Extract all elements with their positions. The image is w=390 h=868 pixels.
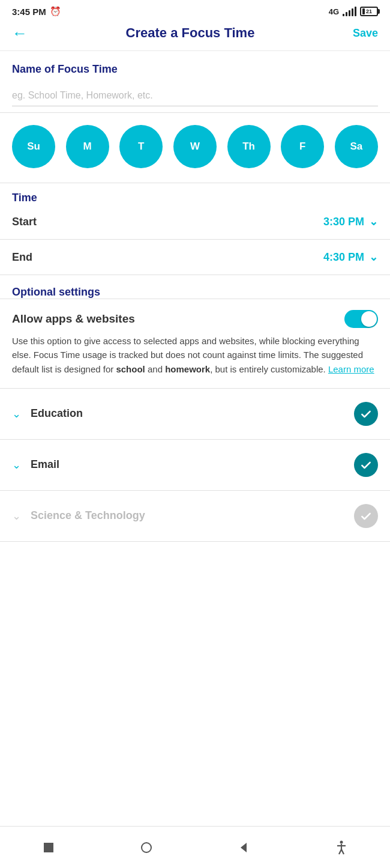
education-check-icon bbox=[360, 408, 372, 420]
day-wednesday[interactable]: W bbox=[173, 125, 217, 168]
status-bar: 3:45 PM ⏰ 4G 21 bbox=[0, 0, 390, 20]
name-section-label: Name of Focus Time bbox=[12, 63, 378, 76]
email-label: Email bbox=[31, 458, 354, 471]
email-check-icon bbox=[360, 459, 372, 471]
end-time-text: 4:30 PM bbox=[323, 251, 364, 264]
home-button[interactable] bbox=[131, 833, 161, 863]
time-section-header: Time bbox=[0, 183, 390, 204]
back-nav-button[interactable] bbox=[229, 833, 259, 863]
learn-more-link[interactable]: Learn more bbox=[328, 364, 374, 374]
battery-icon: 21 bbox=[360, 7, 378, 16]
category-row-education[interactable]: ⌄ Education bbox=[0, 389, 390, 440]
day-thursday[interactable]: Th bbox=[227, 125, 271, 168]
svg-rect-0 bbox=[44, 843, 53, 852]
time-section-label: Time bbox=[12, 192, 378, 204]
stop-icon bbox=[42, 841, 55, 854]
day-tuesday[interactable]: T bbox=[119, 125, 163, 168]
optional-settings-label: Optional settings bbox=[12, 286, 378, 299]
page-title: Create a Focus Time bbox=[126, 25, 255, 41]
accessibility-button[interactable] bbox=[326, 833, 356, 863]
email-check-button[interactable] bbox=[354, 453, 378, 477]
svg-point-3 bbox=[340, 840, 343, 843]
allow-apps-bold2: homework bbox=[165, 364, 210, 374]
top-navigation: ← Create a Focus Time Save bbox=[0, 20, 390, 51]
svg-line-7 bbox=[341, 849, 344, 854]
allow-apps-desc-text2: and bbox=[145, 364, 165, 374]
category-row-email[interactable]: ⌄ Email bbox=[0, 440, 390, 491]
allow-apps-row: Allow apps & websites bbox=[0, 299, 390, 334]
optional-settings-section: Optional settings bbox=[0, 275, 390, 299]
allow-apps-bold1: school bbox=[116, 364, 145, 374]
accessibility-icon bbox=[334, 840, 349, 855]
science-check-icon bbox=[360, 510, 372, 522]
bottom-navigation bbox=[0, 826, 390, 868]
save-button[interactable]: Save bbox=[353, 27, 378, 40]
start-time-chevron-icon: ⌄ bbox=[369, 215, 378, 228]
end-label: End bbox=[12, 251, 32, 264]
stop-button[interactable] bbox=[34, 833, 64, 863]
network-indicator: 4G bbox=[329, 7, 339, 16]
start-label: Start bbox=[12, 216, 37, 228]
science-check-button[interactable] bbox=[354, 504, 378, 528]
days-section: Su M T W Th F Sa bbox=[0, 113, 390, 183]
start-time-row[interactable]: Start 3:30 PM ⌄ bbox=[0, 204, 390, 240]
allow-apps-desc-text3: , but is entirely customizable. bbox=[210, 364, 328, 374]
name-section: Name of Focus Time bbox=[0, 51, 390, 112]
end-time-chevron-icon: ⌄ bbox=[369, 250, 378, 264]
science-label: Science & Technology bbox=[31, 509, 354, 522]
day-friday[interactable]: F bbox=[281, 125, 324, 168]
back-nav-icon bbox=[237, 841, 250, 854]
start-time-value[interactable]: 3:30 PM ⌄ bbox=[323, 215, 378, 228]
email-expand-icon[interactable]: ⌄ bbox=[12, 458, 21, 472]
days-row: Su M T W Th F Sa bbox=[12, 125, 378, 168]
allow-apps-label: Allow apps & websites bbox=[12, 312, 135, 326]
allow-apps-description: Use this option to give access to select… bbox=[0, 334, 390, 389]
education-check-button[interactable] bbox=[354, 402, 378, 426]
home-icon bbox=[140, 841, 153, 854]
day-saturday[interactable]: Sa bbox=[335, 125, 378, 168]
day-monday[interactable]: M bbox=[66, 125, 109, 168]
science-expand-icon[interactable]: ⌄ bbox=[12, 509, 21, 523]
end-time-row[interactable]: End 4:30 PM ⌄ bbox=[0, 240, 390, 275]
education-label: Education bbox=[31, 407, 354, 420]
day-sunday[interactable]: Su bbox=[12, 125, 55, 168]
focus-time-name-input[interactable] bbox=[12, 85, 378, 106]
alarm-icon: ⏰ bbox=[50, 6, 61, 17]
category-row-science[interactable]: ⌄ Science & Technology bbox=[0, 491, 390, 542]
education-expand-icon[interactable]: ⌄ bbox=[12, 407, 21, 420]
toggle-knob bbox=[361, 311, 377, 327]
time-display: 3:45 PM bbox=[12, 7, 46, 17]
signal-bars bbox=[343, 7, 356, 16]
back-button[interactable]: ← bbox=[12, 25, 28, 41]
end-time-value[interactable]: 4:30 PM ⌄ bbox=[323, 250, 378, 264]
bottom-spacer bbox=[0, 542, 390, 590]
allow-apps-toggle[interactable] bbox=[344, 310, 378, 328]
start-time-text: 3:30 PM bbox=[323, 216, 364, 228]
svg-point-1 bbox=[142, 843, 151, 852]
svg-marker-2 bbox=[241, 843, 247, 852]
